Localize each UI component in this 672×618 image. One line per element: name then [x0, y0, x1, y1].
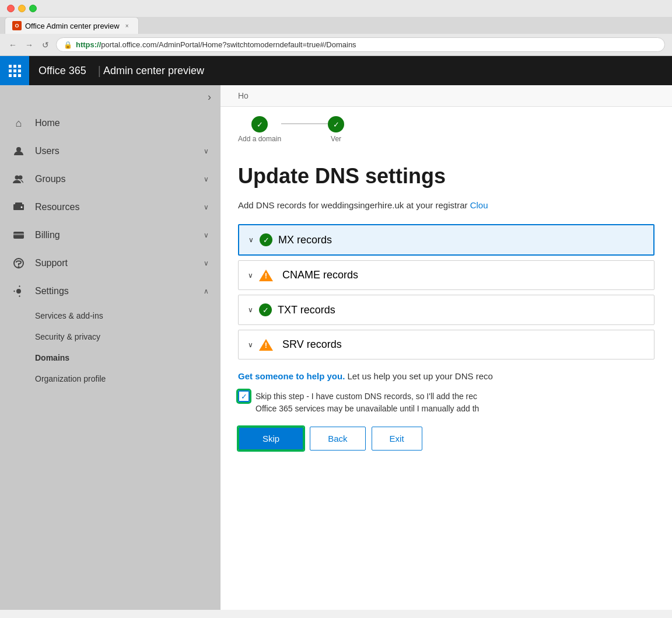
svg-point-1	[15, 176, 19, 180]
help-link[interactable]: Get someone to help you.	[238, 371, 345, 381]
address-bar-row: ← → ↺ 🔒 https://portal.office.com/AdminP…	[0, 34, 672, 55]
step-2-label: Ver	[331, 135, 341, 143]
txt-status-icon: ✓	[259, 303, 272, 316]
address-domain: portal.office.com	[101, 40, 156, 49]
tab-close-button[interactable]: ×	[123, 22, 131, 30]
step-2-circle: ✓	[328, 116, 344, 132]
content-area: Ho ✓ Add a domain ✓ Ver Update DNS setti…	[220, 85, 672, 610]
svg-point-9	[19, 267, 19, 267]
sidebar: › ⌂ Home Users ∨ Groups ∨	[0, 85, 220, 610]
svg-point-2	[19, 176, 23, 180]
sidebar-item-home[interactable]: ⌂ Home	[0, 109, 220, 137]
sidebar-item-support[interactable]: Support ∨	[0, 249, 220, 277]
sidebar-item-users[interactable]: Users ∨	[0, 137, 220, 165]
resources-chevron-icon: ∨	[204, 203, 209, 211]
txt-record-label: TXT records	[278, 304, 335, 316]
sidebar-item-groups[interactable]: Groups ∨	[0, 165, 220, 193]
browser-tab[interactable]: O Office Admin center preview ×	[5, 17, 139, 34]
org-profile-label: Organization profile	[35, 374, 106, 383]
traffic-lights	[7, 5, 37, 12]
srv-chevron-icon: ∨	[248, 341, 253, 349]
groups-icon	[12, 172, 26, 186]
breadcrumb: Ho	[220, 85, 672, 107]
checkbox-check-icon: ✓	[241, 392, 247, 401]
help-text: Get someone to help you. Let us help you…	[238, 371, 654, 381]
srv-status-icon	[259, 339, 273, 351]
title-bar	[0, 0, 672, 17]
mx-record-header[interactable]: ∨ ✓ MX records	[239, 225, 653, 254]
txt-chevron-icon: ∨	[248, 306, 253, 314]
groups-chevron-icon: ∨	[204, 175, 209, 183]
dns-title: Update DNS settings	[238, 164, 654, 188]
minimize-button[interactable]	[18, 5, 26, 12]
sidebar-groups-label: Groups	[35, 174, 204, 184]
back-nav-button[interactable]: ←	[7, 39, 19, 51]
registrar-link[interactable]: Clou	[470, 200, 488, 210]
home-icon: ⌂	[12, 116, 26, 130]
srv-record-label: SRV records	[282, 338, 342, 351]
nav-divider: |	[96, 64, 103, 78]
app-container: Office 365 | Admin center preview › ⌂ Ho…	[0, 56, 672, 610]
sidebar-subitem-org-profile[interactable]: Organization profile	[0, 368, 220, 389]
step-indicator: ✓ Add a domain ✓ Ver	[220, 107, 672, 152]
support-chevron-icon: ∨	[204, 259, 209, 267]
sidebar-billing-label: Billing	[35, 230, 204, 240]
sidebar-resources-label: Resources	[35, 202, 204, 212]
step-verify: ✓ Ver	[328, 116, 344, 143]
exit-button[interactable]: Exit	[372, 427, 422, 451]
sidebar-item-settings[interactable]: ⚙ Settings ∧	[0, 277, 220, 305]
sidebar-users-label: Users	[35, 146, 204, 156]
close-button[interactable]	[7, 5, 15, 12]
office-favicon: O	[12, 21, 22, 30]
txt-record-header[interactable]: ∨ ✓ TXT records	[239, 295, 654, 324]
action-buttons: Skip Back Exit	[238, 427, 654, 451]
sidebar-collapse-area: ›	[0, 85, 220, 109]
srv-record-header[interactable]: ∨ SRV records	[239, 330, 654, 359]
address-protocol: https://	[76, 40, 101, 49]
skip-subtext: Office 365 services may be unavailable u…	[256, 404, 479, 413]
step-1-circle: ✓	[251, 116, 268, 132]
dns-description-text: Add DNS records for weddingsingerhire.uk…	[238, 200, 470, 210]
waffle-icon	[9, 65, 21, 77]
top-nav: Office 365 | Admin center preview	[0, 56, 672, 85]
sidebar-subitem-domains[interactable]: Domains	[0, 347, 220, 368]
cname-record-header[interactable]: ∨ CNAME records	[239, 261, 654, 289]
main-layout: › ⌂ Home Users ∨ Groups ∨	[0, 85, 672, 610]
sidebar-item-resources[interactable]: Resources ∨	[0, 193, 220, 221]
back-button[interactable]: Back	[310, 427, 365, 451]
settings-icon: ⚙	[12, 284, 26, 298]
billing-chevron-icon: ∨	[204, 231, 209, 239]
sidebar-collapse-button[interactable]: ›	[208, 91, 211, 103]
skip-checkbox[interactable]: ✓	[238, 390, 250, 402]
address-bar[interactable]: 🔒 https://portal.office.com/AdminPortal/…	[56, 37, 665, 52]
step-1-label: Add a domain	[238, 135, 281, 143]
address-path: /AdminPortal/Home?switchtomoderndefault=…	[156, 40, 356, 49]
address-text: https://portal.office.com/AdminPortal/Ho…	[76, 40, 356, 49]
cname-record-label: CNAME records	[282, 269, 358, 281]
sidebar-subitem-services[interactable]: Services & add-ins	[0, 305, 220, 326]
step-add-domain: ✓ Add a domain	[238, 116, 281, 143]
skip-button[interactable]: Skip	[238, 427, 304, 451]
cname-chevron-icon: ∨	[248, 271, 253, 280]
support-icon	[12, 256, 26, 270]
services-addins-label: Services & add-ins	[35, 311, 103, 320]
dns-description: Add DNS records for weddingsingerhire.uk…	[238, 200, 654, 210]
forward-nav-button[interactable]: →	[23, 39, 35, 51]
fullscreen-button[interactable]	[29, 5, 37, 12]
breadcrumb-text: Ho	[238, 91, 249, 100]
mx-status-icon: ✓	[260, 233, 272, 246]
skip-label: Skip this step - I have custom DNS recor…	[256, 392, 477, 401]
sidebar-subitem-security[interactable]: Security & privacy	[0, 326, 220, 347]
skip-section: ✓ Skip this step - I have custom DNS rec…	[238, 390, 654, 415]
security-privacy-label: Security & privacy	[35, 332, 100, 341]
dns-record-cname: ∨ CNAME records	[238, 260, 654, 290]
svg-rect-7	[13, 233, 24, 235]
app-title: Office 365	[29, 65, 96, 77]
users-chevron-icon: ∨	[204, 147, 209, 155]
dns-record-txt: ∨ ✓ TXT records	[238, 295, 654, 325]
refresh-nav-button[interactable]: ↺	[40, 39, 51, 51]
users-icon	[12, 144, 26, 158]
sidebar-support-label: Support	[35, 258, 204, 268]
waffle-button[interactable]	[0, 56, 29, 85]
sidebar-item-billing[interactable]: Billing ∨	[0, 221, 220, 249]
